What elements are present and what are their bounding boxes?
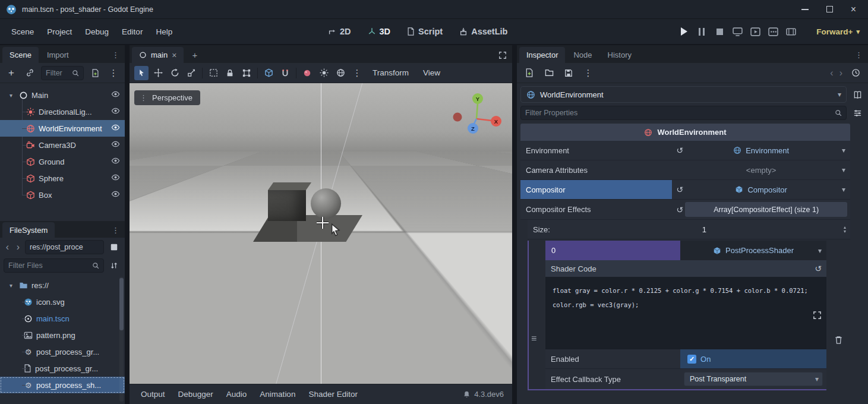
nav-forward-button[interactable]: › [14, 242, 22, 252]
tab-filesystem[interactable]: FileSystem [2, 222, 55, 238]
rotate-tool-button[interactable] [168, 66, 182, 80]
scrollbar-thumb[interactable] [119, 278, 124, 330]
preview-sun-button[interactable] [317, 66, 331, 80]
play-remote-button[interactable] [731, 26, 743, 37]
expand-viewport-icon[interactable] [498, 51, 507, 59]
inspector-dock-menu-icon[interactable]: ⋮ [855, 50, 863, 59]
scene-dock-menu-icon[interactable]: ⋮ [112, 50, 119, 59]
stop-button[interactable] [714, 26, 725, 37]
file-item-main-tscn[interactable]: main.tscn [0, 310, 125, 327]
view-menu[interactable]: View [417, 65, 446, 80]
shader-code-editor[interactable]: float gray = color.r * 0.2125 + color.g … [545, 277, 826, 349]
shader-code-header[interactable]: Shader Code ↺ [545, 260, 826, 277]
menu-editor[interactable]: Editor [115, 24, 149, 40]
tree-item-main[interactable]: ▾ Main [0, 87, 125, 103]
expand-code-button[interactable] [813, 310, 822, 324]
open-docs-button[interactable] [850, 87, 864, 102]
visibility-toggle[interactable] [111, 190, 120, 200]
collapse-arrow-icon[interactable]: ▾ [10, 282, 15, 289]
renderer-select[interactable]: Forward+ ▾ [816, 27, 860, 36]
3d-viewport[interactable]: ⋮ Perspective Y X Z [130, 83, 512, 384]
tab-audio[interactable]: Audio [220, 386, 254, 402]
menu-debug[interactable]: Debug [78, 24, 115, 40]
revert-icon[interactable]: ↺ [676, 185, 683, 194]
attach-script-button[interactable] [88, 66, 102, 80]
lock-selected-button[interactable] [223, 66, 237, 80]
tree-item-box[interactable]: Box [0, 187, 125, 203]
menu-project[interactable]: Project [40, 24, 78, 40]
mode-3d-button[interactable]: 3D [368, 27, 391, 36]
file-item-pattern-png[interactable]: pattern.png [0, 327, 125, 343]
element-resource-picker[interactable]: PostProcessShader ▾ [680, 241, 826, 260]
spin-down-icon[interactable]: ▾ [844, 229, 846, 233]
filesystem-menu-icon[interactable]: ⋮ [112, 226, 119, 235]
delete-element-button[interactable] [834, 335, 843, 346]
compositor-resource-picker[interactable]: ↺ Compositor ▾ [672, 180, 850, 199]
select-tool-button[interactable] [134, 66, 149, 80]
play-scene-button[interactable] [749, 26, 761, 37]
list-select-button[interactable] [206, 66, 220, 80]
movie-maker-button[interactable] [785, 26, 797, 37]
tab-node[interactable]: Node [566, 47, 599, 63]
save-resource-button[interactable] [561, 66, 576, 80]
new-resource-button[interactable] [522, 66, 536, 80]
notification-bell-icon[interactable] [463, 390, 471, 398]
visibility-toggle[interactable] [111, 156, 120, 167]
array-size-field[interactable]: 1 ▴ ▾ [676, 220, 850, 239]
scale-tool-button[interactable] [184, 66, 198, 80]
checkbox-checked-icon[interactable]: ✓ [687, 355, 696, 364]
environment-resource-picker[interactable]: ↺ Environment ▾ [672, 141, 850, 160]
mode-assetlib-button[interactable]: AssetLib [459, 27, 507, 36]
move-tool-button[interactable] [151, 66, 165, 80]
tab-animation[interactable]: Animation [253, 386, 302, 402]
object-selector[interactable]: WorldEnvironment ▾ [520, 86, 847, 103]
revert-icon[interactable]: ↺ [676, 146, 683, 155]
file-item-post-process-gr-1[interactable]: ⚙ post_process_gr... [0, 343, 125, 360]
file-item-post-process-gr-2[interactable]: post_process_gr... [0, 360, 125, 377]
path-input[interactable] [25, 240, 104, 254]
effect-callback-dropdown[interactable]: Post Transparent ▾ [684, 372, 823, 386]
visibility-toggle[interactable] [111, 106, 120, 117]
visibility-toggle[interactable] [111, 90, 120, 100]
nav-back-button[interactable]: ‹ [4, 242, 11, 252]
axis-negative-x-handle[interactable] [453, 113, 462, 122]
transform-menu[interactable]: Transform [367, 65, 415, 80]
visibility-toggle[interactable] [111, 140, 120, 150]
group-selected-button[interactable] [239, 66, 254, 80]
scene-tree-menu-button[interactable]: ⋮ [106, 66, 121, 80]
tab-import[interactable]: Import [40, 47, 76, 63]
viewport-options-button[interactable]: ⋮ [350, 66, 364, 80]
file-item-post-process-sh[interactable]: ⚙ post_process_sh... [0, 377, 125, 393]
preview-camera-button[interactable] [300, 66, 314, 80]
array-edit-button[interactable]: Array[CompositorEffect] (size 1) [685, 202, 847, 217]
revert-icon[interactable]: ↺ [676, 205, 683, 214]
file-item-icon-svg[interactable]: icon.svg [0, 293, 125, 310]
object-history-button[interactable] [848, 66, 863, 80]
snap-toggle-button[interactable] [278, 66, 292, 80]
perspective-button[interactable]: ⋮ Perspective [134, 90, 200, 105]
tab-history[interactable]: History [601, 47, 639, 63]
play-custom-scene-button[interactable] [767, 26, 779, 37]
revert-icon[interactable]: ↺ [815, 264, 822, 273]
file-sort-button[interactable] [107, 258, 121, 273]
local-space-button[interactable] [261, 66, 276, 80]
add-node-button[interactable]: + [4, 66, 18, 80]
property-filter-input[interactable] [525, 109, 832, 117]
maximize-button[interactable] [826, 6, 833, 12]
size-stepper[interactable]: ▴ ▾ [844, 225, 846, 233]
new-tab-button[interactable]: + [185, 47, 204, 63]
minimize-button[interactable] [801, 9, 809, 10]
tree-item-camera3d[interactable]: Camera3D [0, 137, 125, 153]
history-forward-button[interactable]: › [839, 68, 842, 78]
property-options-button[interactable] [850, 106, 864, 120]
toggle-split-mode-button[interactable] [107, 240, 121, 254]
visibility-toggle[interactable] [111, 123, 120, 134]
menu-scene[interactable]: Scene [5, 24, 40, 40]
file-filter-input[interactable] [8, 261, 90, 270]
preview-environment-button[interactable] [333, 66, 348, 80]
play-button[interactable] [678, 26, 690, 37]
resource-options-button[interactable]: ⋮ [581, 66, 595, 80]
file-item-res-root[interactable]: ▾ res:// [0, 277, 125, 293]
tree-item-directionallight[interactable]: DirectionalLig... [0, 103, 125, 120]
tab-scene[interactable]: Scene [2, 47, 39, 63]
